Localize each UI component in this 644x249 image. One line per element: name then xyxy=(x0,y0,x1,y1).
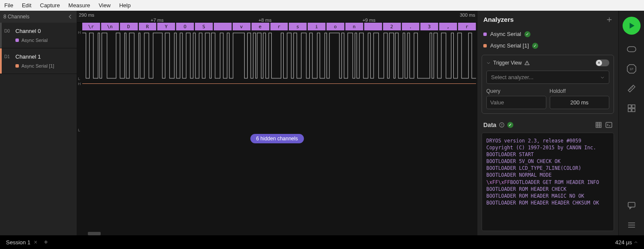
trigger-toggle[interactable]: ✕ xyxy=(596,59,609,66)
warning-icon xyxy=(524,60,530,65)
chevron-down-icon[interactable] xyxy=(486,61,491,65)
analyzer-0-name: Async Serial xyxy=(490,31,521,37)
table-view-icon[interactable] xyxy=(595,122,602,128)
svg-rect-4 xyxy=(627,47,636,52)
menu-icon[interactable] xyxy=(626,220,637,230)
session-name: Session 1 xyxy=(6,239,30,246)
menu-edit[interactable]: Edit xyxy=(22,2,31,9)
hidden-channels-pill[interactable]: 6 hidden channels xyxy=(250,134,304,143)
svg-text:?: ? xyxy=(501,124,503,127)
close-session-icon[interactable]: × xyxy=(34,239,37,246)
check-icon: ✓ xyxy=(524,31,530,37)
analyzer-item-1[interactable]: Async Serial [1] ✓ xyxy=(477,40,618,51)
decoded-char-cell: R xyxy=(139,23,157,30)
query-input[interactable]: Value xyxy=(486,96,546,109)
extensions-icon[interactable] xyxy=(626,103,637,113)
decoded-char-cell: S xyxy=(195,23,213,30)
collapse-sidebar-icon[interactable] xyxy=(67,14,73,20)
decoded-char-cell: \n xyxy=(101,23,119,30)
svg-rect-8 xyxy=(628,109,631,112)
menu-help[interactable]: Help xyxy=(119,2,131,9)
session-tab[interactable]: Session 1 × xyxy=(6,239,37,246)
time-tick: +8 ms xyxy=(258,18,271,23)
ruler-icon[interactable] xyxy=(626,83,637,94)
new-session-button[interactable]: + xyxy=(42,238,50,246)
menu-capture[interactable]: Capture xyxy=(40,2,60,9)
menu-file[interactable]: File xyxy=(4,2,13,9)
check-icon: ✓ xyxy=(532,43,538,49)
session-bar: Session 1 × + 424 µs xyxy=(0,235,644,249)
chat-icon[interactable] xyxy=(626,200,637,210)
channel-1-block[interactable]: D1 Channel 1 Async Serial [1] xyxy=(0,48,77,74)
analyzer-1-name: Async Serial [1] xyxy=(490,42,529,49)
decoded-char-cell xyxy=(364,23,382,30)
help-icon[interactable]: ? xyxy=(499,122,505,128)
decoded-char-cell: O xyxy=(176,23,194,30)
decoded-char-cell: v xyxy=(233,23,251,30)
decoded-char-cell: . xyxy=(402,23,420,30)
terminal-line: BOOTLOADER NORMAL MODE xyxy=(486,172,609,178)
add-analyzer-icon[interactable] xyxy=(606,17,612,23)
svg-text:1F: 1F xyxy=(629,67,633,71)
decoded-char-cell: r xyxy=(458,23,476,30)
terminal-line: BOOTLOADER 5V_ON CHECK OK xyxy=(486,158,609,165)
channel-0-analyzer-color-icon xyxy=(15,39,19,42)
channel-0-id: D0 xyxy=(4,29,10,33)
decoded-char-cell: n xyxy=(345,23,363,30)
analyzer-item-0[interactable]: Async Serial ✓ xyxy=(477,28,618,40)
svg-rect-7 xyxy=(632,105,635,108)
terminal-line: BOOTLOADER ROM HEADER HEADER CHKSUM OK xyxy=(486,199,609,206)
channel-0-block[interactable]: D0 Channel 0 Async Serial xyxy=(0,23,77,48)
device-icon[interactable] xyxy=(626,44,637,54)
terminal-line: Copyright (C) 1997-2015 by CANON Inc. xyxy=(486,144,609,151)
time-right-edge: 300 ms xyxy=(460,12,475,18)
decoded-chars-row: \r\nDRYOS version 2.3,r xyxy=(82,23,476,30)
select-placeholder: Select analyzer... xyxy=(491,74,533,80)
channel-0-analyzer: Async Serial xyxy=(21,38,48,43)
svg-rect-10 xyxy=(628,202,635,207)
holdoff-input[interactable]: 200 ms xyxy=(550,96,610,109)
terminal-line: BOOTLOADER ROM HEADER CHECK xyxy=(486,186,609,193)
time-left-edge: 290 ms xyxy=(79,12,94,18)
channels-header: 8 Channels xyxy=(0,11,77,23)
terminal-line: \xFF\xFFBOOTLOADER GET ROM HEADER INFO xyxy=(486,179,609,186)
time-ruler[interactable]: 290 ms 300 ms +7 ms +8 ms +9 ms xyxy=(77,11,477,23)
check-icon: ✓ xyxy=(507,122,513,128)
menu-view[interactable]: View xyxy=(99,2,111,9)
horizontal-scroll-thumb[interactable] xyxy=(88,232,101,235)
channel-1-id: D1 xyxy=(4,54,10,59)
analyzer-0-color-icon xyxy=(483,33,487,36)
query-label: Query xyxy=(486,88,546,94)
svg-rect-2 xyxy=(596,122,601,127)
decoded-char-cell: 2 xyxy=(383,23,401,30)
svg-rect-3 xyxy=(606,122,612,127)
terminal-line: DRYOS version 2.3, release #0059 xyxy=(486,137,609,144)
trigger-view-title: Trigger View xyxy=(493,60,522,66)
holdoff-label: Holdoff xyxy=(550,88,610,94)
waveform-area[interactable]: 290 ms 300 ms +7 ms +8 ms +9 ms \r\nDRYO… xyxy=(77,11,477,235)
trigger-view-box: Trigger View ✕ Select analyzer... Query … xyxy=(482,55,614,114)
menu-measure[interactable]: Measure xyxy=(69,2,90,9)
play-icon xyxy=(628,22,635,30)
decoded-char-cell: s xyxy=(289,23,307,30)
top-menu-bar: File Edit Capture Measure View Help xyxy=(0,0,644,11)
channel-1-name: Channel 1 xyxy=(15,53,72,60)
decoded-char-cell: , xyxy=(439,23,457,30)
decoded-char-cell: \r xyxy=(82,23,100,30)
data-terminal[interactable]: DRYOS version 2.3, release #0059Copyrigh… xyxy=(482,133,614,231)
decoded-char-cell xyxy=(214,23,232,30)
trigger-analyzer-select[interactable]: Select analyzer... xyxy=(486,71,609,84)
hex-1f-icon[interactable]: 1F xyxy=(626,64,637,74)
decoded-char-cell: e xyxy=(252,23,270,30)
decoded-char-cell: D xyxy=(120,23,138,30)
timing-readout: 424 µs xyxy=(615,239,632,246)
terminal-line: BOOTLOADER ROM HEADER MAGIC NO OK xyxy=(486,193,609,199)
channel-0-name: Channel 0 xyxy=(15,28,72,34)
channel-1-analyzer-color-icon xyxy=(15,64,19,68)
start-capture-button[interactable] xyxy=(623,17,641,35)
terminal-view-icon[interactable] xyxy=(605,122,612,128)
data-title: Data xyxy=(483,122,496,128)
time-tick: +7 ms xyxy=(150,18,163,23)
svg-rect-6 xyxy=(628,105,631,108)
chevron-up-icon[interactable] xyxy=(634,240,638,244)
